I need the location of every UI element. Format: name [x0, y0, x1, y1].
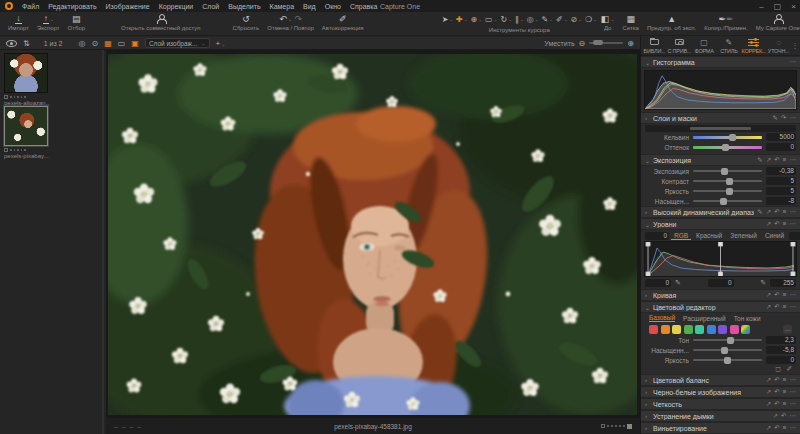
copy-icon[interactable]: ↗: [766, 208, 771, 216]
reset-icon[interactable]: ↶: [774, 291, 779, 299]
brightness-value[interactable]: 5: [766, 187, 796, 195]
reset-icon[interactable]: ↶: [774, 208, 779, 216]
presets-icon[interactable]: ≡: [783, 291, 787, 299]
copy-icon[interactable]: ↗: [766, 376, 771, 384]
browser-thumbnail[interactable]: pexels-alipazan...: [4, 53, 50, 106]
rating-checkbox[interactable]: [601, 424, 605, 428]
more-icon[interactable]: ⋯: [790, 58, 797, 66]
copy-icon[interactable]: ↗: [766, 424, 771, 432]
white-balance-mode-dropdown[interactable]: [645, 125, 796, 132]
reset-icon[interactable]: ↶: [774, 376, 779, 384]
more-icon[interactable]: ⋯: [790, 376, 797, 384]
presets-icon[interactable]: ≡: [783, 400, 787, 408]
menu-view[interactable]: Вид: [303, 3, 316, 10]
tint-slider[interactable]: [693, 146, 762, 149]
menu-file[interactable]: Файл: [22, 3, 39, 10]
filter-sort-icon[interactable]: ⇅: [23, 39, 30, 48]
menu-camera[interactable]: Камера: [270, 3, 294, 10]
more-icon[interactable]: ⋯: [790, 208, 797, 216]
close-button[interactable]: ×: [791, 2, 796, 11]
brightness-slider[interactable]: [693, 190, 762, 192]
tab-capture[interactable]: С ПРИВ...: [667, 36, 692, 55]
magnifier-icon[interactable]: ⊙: [91, 39, 98, 48]
channel-red[interactable]: Красный: [693, 232, 725, 239]
pan-tool-icon[interactable]: ✚⌄: [456, 15, 467, 24]
undo-redo-button[interactable]: ↶⌄ ↷ Отмена / Повтор: [263, 13, 318, 31]
swatch-aqua[interactable]: [695, 325, 704, 334]
color-balance-header[interactable]: › Цветовой баланс ↗↶≡⋯: [641, 374, 800, 386]
tab-adjustments[interactable]: КОРРЕК...: [741, 36, 766, 55]
photo-canvas[interactable]: [108, 54, 637, 415]
fit-dropdown[interactable]: Уместить: [544, 40, 574, 47]
redo-icon[interactable]: ↷: [781, 114, 786, 122]
more-icon[interactable]: ⋯: [790, 388, 797, 396]
vignetting-header[interactable]: › Виньетирование ↗↶≡⋯: [641, 422, 800, 434]
kelvin-slider[interactable]: [693, 136, 762, 139]
saturation-slider[interactable]: [693, 200, 762, 202]
account-button[interactable]: My Capture One: [752, 13, 800, 31]
tab-basic[interactable]: Базовый: [649, 314, 675, 322]
tab-shape[interactable]: ▢ ФОРМА: [692, 36, 717, 55]
single-view-icon[interactable]: ▭: [118, 39, 126, 48]
color-editor-header[interactable]: ⌄ Цветовой редактор ↗ ↶ ≡ ⋯: [641, 301, 800, 313]
levels-max-value[interactable]: 255: [789, 232, 800, 240]
loupe-view-icon[interactable]: ◎: [79, 39, 86, 48]
copy-icon[interactable]: ↗: [766, 291, 771, 299]
more-icon[interactable]: ⋯: [790, 412, 797, 420]
shadow-level-value[interactable]: 0: [645, 279, 671, 287]
color-tag-icon[interactable]: [627, 424, 632, 429]
more-icon[interactable]: ⋯: [790, 303, 797, 311]
tab-refine[interactable]: ◌ УТОЧН...: [766, 36, 791, 55]
zoom-out-icon[interactable]: ⊖: [579, 39, 586, 48]
proof-view-eye-icon[interactable]: [6, 40, 17, 47]
tab-advanced[interactable]: Расширенный: [683, 315, 726, 322]
exposure-slider[interactable]: [693, 170, 762, 172]
ce-saturation-slider[interactable]: [693, 349, 762, 351]
more-icon[interactable]: ⋯: [790, 291, 797, 299]
grid-button[interactable]: ▦ Сетка: [619, 13, 643, 31]
multi-view-icon[interactable]: ▦: [104, 39, 112, 48]
before-after-button[interactable]: ◧⌄ До: [597, 13, 619, 31]
shadow-pipette-icon[interactable]: ✎: [675, 279, 681, 287]
menu-layer[interactable]: Слой: [202, 3, 219, 10]
reset-icon[interactable]: ↶: [774, 388, 779, 396]
copy-icon[interactable]: ↗: [766, 156, 771, 164]
panel-overflow-menu-icon[interactable]: ⋮: [791, 36, 799, 55]
presets-icon[interactable]: ≡: [783, 156, 787, 164]
presets-icon[interactable]: ≡: [783, 220, 787, 228]
copy-apply-button[interactable]: ✒✒ Копир./Примен.: [700, 13, 752, 31]
copy-icon[interactable]: ↗: [766, 400, 771, 408]
reset-icon[interactable]: ↶: [774, 220, 779, 228]
zoom-in-icon[interactable]: ⊕: [627, 39, 634, 48]
highlight-level-value[interactable]: 255: [770, 279, 796, 287]
curve-header[interactable]: › Кривая ↗ ↶ ≡ ⋯: [641, 289, 800, 301]
presets-icon[interactable]: ≡: [783, 388, 787, 396]
crop-tool-icon[interactable]: ▭⌄: [485, 15, 497, 24]
browser-thumbnail-selected[interactable]: pexels-pixabay...: [4, 106, 50, 159]
erase-mask-tool-icon[interactable]: ✐⌄: [556, 15, 567, 24]
more-icon[interactable]: ⋯: [790, 114, 797, 122]
highlight-pipette-icon[interactable]: ✎: [760, 279, 766, 287]
tab-style[interactable]: ✎ СТИЛЬ: [716, 36, 741, 55]
draw-mask-tool-icon[interactable]: ✎⌄: [541, 15, 552, 24]
swatch-magenta[interactable]: [730, 325, 739, 334]
layers-header[interactable]: › Слои и маски ✎ ↷ ⋯: [641, 112, 800, 124]
hue-slider[interactable]: [693, 339, 762, 341]
thumb-checkbox[interactable]: [4, 95, 8, 99]
presets-icon[interactable]: ≡: [783, 376, 787, 384]
reset-icon[interactable]: ↶: [774, 400, 779, 408]
auto-adjust-button[interactable]: ✐ Автокоррекция: [318, 13, 368, 31]
black-white-header[interactable]: › Черно-белые изображения ↗↶≡⋯: [641, 386, 800, 398]
menu-image[interactable]: Изображение: [106, 3, 150, 10]
copy-icon[interactable]: ↗: [766, 220, 771, 228]
loupe-tool-icon[interactable]: ⊕⌄: [471, 15, 482, 24]
export-button[interactable]: ↑⌄ Экспорт: [33, 13, 64, 31]
presets-icon[interactable]: ≡: [783, 424, 787, 432]
reset-icon[interactable]: ↶: [781, 412, 786, 420]
lightness-slider[interactable]: [693, 359, 762, 361]
exposure-warning-button[interactable]: ▲ Предупр. об эксп.: [643, 13, 700, 31]
levels-min-value[interactable]: 0: [645, 232, 669, 240]
spot-removal-tool-icon[interactable]: ◎⌄: [527, 15, 539, 24]
swatch-yellow[interactable]: [672, 325, 681, 334]
menu-help[interactable]: Справка: [350, 3, 377, 10]
